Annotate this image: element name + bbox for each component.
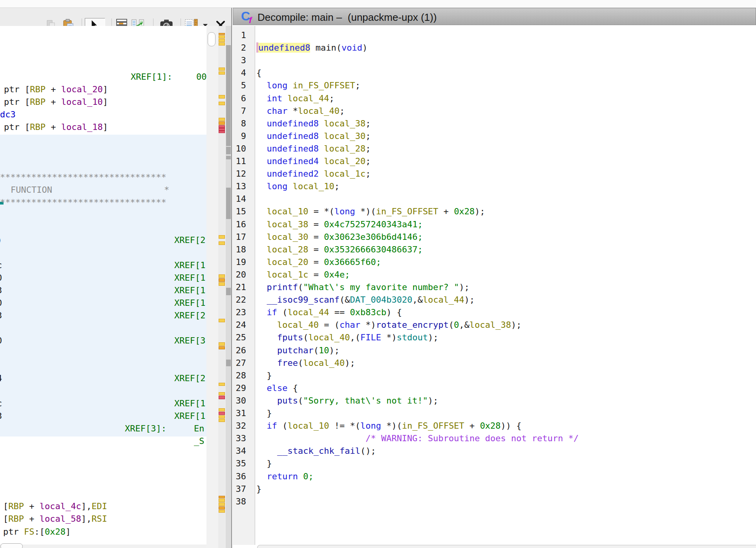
- yellow-marker[interactable]: [219, 235, 225, 239]
- code-line[interactable]: local_28 = 0x3532666630486637;: [256, 243, 423, 256]
- red-marker[interactable]: [219, 128, 225, 131]
- yellow-marker[interactable]: [219, 42, 225, 46]
- yellow-marker[interactable]: [219, 241, 225, 245]
- listing-row[interactable]: *: [164, 184, 169, 196]
- code-line[interactable]: undefined8 local_28;: [256, 142, 371, 155]
- code-line[interactable]: long in_FS_OFFSET;: [256, 79, 360, 92]
- red-marker[interactable]: [219, 125, 225, 128]
- listing-row[interactable]: XREF[1: [174, 259, 205, 272]
- yellow-marker[interactable]: [219, 102, 225, 105]
- yellow-marker[interactable]: [219, 95, 225, 99]
- listing-row[interactable]: ptr [RBP + local_10]: [4, 96, 108, 108]
- listing-row[interactable]: XREF[1: [174, 397, 205, 410]
- yellow-marker[interactable]: [219, 419, 225, 422]
- yellow-marker[interactable]: [219, 118, 225, 121]
- orange-marker[interactable]: [219, 278, 225, 282]
- yellow-marker[interactable]: [219, 274, 225, 278]
- code-line[interactable]: free(local_40);: [256, 357, 355, 369]
- marker-margin[interactable]: [218, 26, 226, 548]
- listing-row[interactable]: ********************************: [0, 171, 166, 184]
- listing-row[interactable]: XREF[1: [174, 297, 205, 309]
- listing-row[interactable]: 3: [0, 284, 2, 297]
- listing-row[interactable]: ): [0, 234, 2, 247]
- yellow-marker[interactable]: [219, 319, 225, 322]
- listing-row[interactable]: 0: [0, 334, 2, 347]
- code-line[interactable]: else {: [256, 382, 298, 395]
- yellow-marker[interactable]: [219, 39, 225, 42]
- listing-row[interactable]: _S: [194, 435, 205, 448]
- code-line[interactable]: local_10 = *(long *)(in_FS_OFFSET + 0x28…: [256, 205, 485, 218]
- red-marker[interactable]: [219, 131, 225, 133]
- listing-row[interactable]: c: [0, 397, 2, 410]
- listing-row[interactable]: ********************************: [0, 196, 166, 209]
- listing-row[interactable]: XREF[2: [174, 234, 205, 247]
- yellow-marker[interactable]: [219, 408, 225, 411]
- listing-row[interactable]: 4: [0, 372, 2, 385]
- code-line[interactable]: undefined8 local_38;: [256, 117, 371, 130]
- orange-marker[interactable]: [219, 121, 225, 125]
- listing-row[interactable]: XREF[1: [174, 284, 205, 297]
- listing-row[interactable]: c: [0, 259, 2, 272]
- yellow-marker[interactable]: [219, 342, 225, 346]
- orange-marker[interactable]: [219, 506, 225, 510]
- code-line[interactable]: int local_44;: [256, 92, 334, 105]
- listing-row[interactable]: [RBP + local_58],RSI: [3, 513, 107, 525]
- listing-row[interactable]: XREF[2: [174, 372, 205, 385]
- listing-hscroll-thumb[interactable]: [0, 543, 23, 548]
- listing-row[interactable]: [RBP + local_4c],EDI: [3, 500, 107, 513]
- red-marker[interactable]: [219, 412, 225, 415]
- orange-marker[interactable]: [219, 346, 225, 349]
- listing-panel[interactable]: XREF[1]:00ptr [RBP + local_20]ptr [RBP +…: [0, 26, 206, 548]
- code-line[interactable]: undefined8 main(void): [256, 42, 367, 54]
- code-line[interactable]: putchar(10);: [256, 344, 340, 357]
- listing-row[interactable]: 0: [0, 272, 2, 284]
- listing-row[interactable]: XREF[2: [174, 309, 205, 322]
- yellow-marker[interactable]: [219, 502, 225, 506]
- code-line[interactable]: local_20 = 0x36665f60;: [256, 256, 381, 269]
- orange-marker[interactable]: [219, 33, 225, 35]
- yellow-marker[interactable]: [219, 499, 225, 502]
- listing-row[interactable]: 3: [0, 309, 2, 322]
- listing-row[interactable]: En: [194, 422, 205, 435]
- code-line[interactable]: printf("What\'s my favorite number? ");: [256, 281, 469, 294]
- listing-row[interactable]: FUNCTION: [11, 184, 52, 196]
- code-line[interactable]: undefined4 local_20;: [256, 155, 371, 168]
- yellow-marker[interactable]: [219, 35, 225, 38]
- listing-scrollbar[interactable]: [206, 26, 218, 548]
- code-line[interactable]: }: [256, 457, 272, 470]
- listing-row[interactable]: XREF[1: [174, 410, 205, 422]
- code-line[interactable]: local_30 = 0x30623e306b6d4146;: [256, 231, 423, 243]
- listing-row[interactable]: 00: [196, 71, 206, 83]
- yellow-marker[interactable]: [219, 415, 225, 418]
- listing-row[interactable]: XREF[3: [174, 334, 205, 347]
- listing-row[interactable]: XREF[1]:: [131, 71, 172, 83]
- listing-scrollbar-thumb[interactable]: [208, 32, 215, 46]
- listing-hscroll-track[interactable]: [0, 544, 206, 548]
- code-line[interactable]: __stack_chk_fail();: [256, 445, 376, 457]
- code-line[interactable]: if (local_10 != *(long *)(in_FS_OFFSET +…: [256, 420, 522, 432]
- orange-marker[interactable]: [219, 496, 225, 498]
- listing-row[interactable]: 0: [0, 297, 2, 309]
- listing-row[interactable]: ptr [RBP + local_18]: [4, 121, 108, 133]
- bottom-panel-edge[interactable]: [257, 545, 756, 548]
- code-line[interactable]: return 0;: [256, 470, 314, 483]
- code-line[interactable]: }: [256, 407, 272, 420]
- overview-margin[interactable]: [226, 26, 231, 548]
- decompiled-code[interactable]: undefined8 main(void){ long in_FS_OFFSET…: [256, 26, 756, 545]
- yellow-marker[interactable]: [219, 383, 225, 386]
- yellow-marker[interactable]: [219, 392, 225, 395]
- decompiler-panel[interactable]: 1234567891011121314151617181920212223242…: [233, 26, 756, 545]
- listing-row[interactable]: dc3: [0, 108, 16, 121]
- yellow-marker[interactable]: [219, 71, 225, 75]
- code-line[interactable]: undefined8 local_30;: [256, 130, 371, 142]
- code-line[interactable]: __isoc99_scanf(&DAT_004b3020,&local_44);: [256, 294, 475, 306]
- yellow-marker[interactable]: [219, 282, 225, 286]
- red-marker[interactable]: [219, 396, 225, 399]
- code-line[interactable]: local_1c = 0x4e;: [256, 269, 350, 281]
- code-line[interactable]: fputs(local_40,(FILE *)stdout);: [256, 331, 438, 344]
- code-line[interactable]: char *local_40;: [256, 105, 345, 117]
- code-line[interactable]: /* WARNING: Subroutine does not return *…: [256, 432, 579, 445]
- code-line[interactable]: long local_10;: [256, 180, 340, 193]
- code-line[interactable]: }: [256, 369, 272, 382]
- code-line[interactable]: local_38 = 0x4c75257240343a41;: [256, 218, 423, 231]
